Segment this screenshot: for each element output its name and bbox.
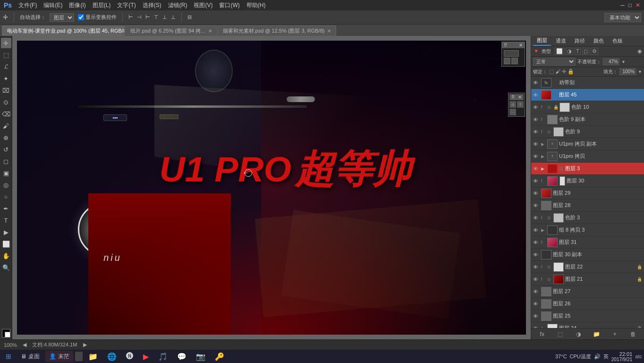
layer-item-30[interactable]: 👁 f 图层 30 [531, 175, 644, 187]
layer-eye-18[interactable]: 👁 [533, 301, 540, 307]
layer-eye-17[interactable]: 👁 [533, 289, 540, 294]
window-close[interactable]: ✕ [636, 2, 640, 9]
taskbar-volume[interactable]: 🔊 [594, 354, 601, 360]
workspace-dropdown[interactable]: 基本功能 摄影 绘画 [604, 13, 641, 22]
app3-button[interactable]: ▶ [139, 351, 153, 362]
shape-tool[interactable]: ⬜ [1, 239, 11, 249]
tab-2[interactable]: 烟雾和光素材.psd @ 12.5% (图层 3, RGB/8) ✕ [218, 26, 337, 36]
filter-smart-icon[interactable]: ⚙ [591, 48, 598, 55]
app2-button[interactable]: 🅝 [122, 351, 137, 362]
zoom-tool[interactable]: 🔍 [1, 262, 11, 273]
app7-button[interactable]: 🔑 [211, 351, 228, 362]
panel-tab-paths[interactable]: 路径 [571, 36, 589, 45]
layer-item-31[interactable]: 👁 f 图层 31 [531, 236, 644, 249]
brush-tool[interactable]: 🖌 [1, 121, 11, 131]
panel-tab-layers[interactable]: 图层 [533, 36, 551, 46]
desktop-button[interactable]: 🖥 桌面 [17, 351, 43, 362]
add-mask-button[interactable]: ⬚ [556, 330, 565, 338]
layer-eye-7[interactable]: 👁 [533, 166, 540, 172]
layer-eye-15[interactable]: 👁 [533, 264, 540, 270]
add-adjustment-button[interactable]: ◑ [574, 330, 583, 338]
eyedropper-tool[interactable]: ⊙ [1, 97, 11, 107]
layer-item-u1pro-copy[interactable]: 👁 ▶ T U1pro 拷贝 [531, 150, 644, 163]
blend-mode-dropdown[interactable]: 正常 溶解 正片叠底 [533, 58, 576, 66]
select-tool[interactable]: ⬚ [1, 50, 11, 60]
layer-item-u1pro-copy2[interactable]: 👁 ▶ T U1pro 拷贝 副本 [531, 138, 644, 150]
layer-eye-2[interactable]: 👁 [533, 104, 540, 110]
layer-item-28[interactable]: 👁 图层 28 [531, 199, 644, 212]
menu-view[interactable]: 视图(V) [194, 1, 212, 9]
layer-item-26[interactable]: 👁 图层 26 [531, 298, 644, 310]
layer-eye-6[interactable]: 👁 [533, 154, 540, 159]
layer-eye-16[interactable]: 👁 [533, 277, 540, 282]
auto-select-dropdown[interactable]: 图层 组 [50, 13, 74, 22]
layer-eye-5[interactable]: 👁 [533, 141, 540, 147]
opacity-input[interactable] [603, 58, 619, 65]
layer-item-color-9-copy[interactable]: 👁 f 色阶 9 副本 [531, 113, 644, 126]
align-left-icon[interactable]: ⊢ [128, 14, 133, 20]
layer-item-color-10[interactable]: 👁 f ⊙ 🔒 色阶 10 [531, 101, 644, 113]
float-icon1[interactable]: ⊙ [509, 101, 516, 108]
magic-wand-tool[interactable]: ✦ [1, 73, 11, 84]
clone-stamp-tool[interactable]: ⊕ [1, 132, 11, 143]
layer-item-29[interactable]: 👁 图层 29 [531, 187, 644, 199]
menu-filter[interactable]: 滤镜(R) [168, 1, 187, 9]
filter-shape-icon[interactable]: ◻ [582, 48, 589, 55]
layer-item-24[interactable]: 👁 1 图层 24 🔒 [531, 322, 644, 328]
layer-item-21[interactable]: 👁 f ⊙ 图层 21 🔒 [531, 273, 644, 285]
move-tool-icon[interactable]: ✛ [3, 14, 8, 21]
menu-layer[interactable]: 图层(L) [93, 1, 111, 9]
panel-tab-swatches[interactable]: 色板 [609, 36, 627, 45]
gradient-tool[interactable]: ▣ [1, 168, 11, 178]
float-icon3[interactable]: ⋯ [509, 109, 516, 115]
layer-eye-19[interactable]: 👁 [533, 313, 540, 319]
add-layer-button[interactable]: + [610, 330, 619, 338]
window-maximize[interactable]: □ [628, 2, 632, 9]
layer-eye-0[interactable]: 👁 [533, 80, 540, 86]
float-panel-close2[interactable]: ✕ [518, 95, 522, 100]
dodge-tool[interactable]: ○ [1, 191, 11, 202]
distribute-icon[interactable]: ⊟ [187, 14, 192, 20]
panel-tab-channels[interactable]: 通道 [552, 36, 570, 45]
layer-eye-14[interactable]: 👁 [533, 252, 540, 258]
start-button[interactable]: ⊞ [2, 351, 15, 362]
layer-eye-4[interactable]: 👁 [533, 129, 540, 135]
menu-file[interactable]: 文件(F) [18, 1, 37, 9]
pen-tool[interactable]: ✒ [1, 203, 11, 214]
layer-item-group8-copy3[interactable]: 👁 ▶ 组 8 拷贝 3 [531, 224, 644, 236]
layer-item-color-9[interactable]: 👁 f ⊙ 色阶 9 [531, 126, 644, 138]
align-top-icon[interactable]: ⊤ [154, 14, 159, 20]
menu-image[interactable]: 图像(I) [69, 1, 85, 9]
menu-select[interactable]: 选择(S) [143, 1, 161, 9]
crop-tool[interactable]: ⌧ [1, 85, 11, 95]
add-style-button[interactable]: fx [537, 330, 547, 338]
align-middle-icon[interactable]: ⊥ [162, 14, 167, 20]
canvas-area[interactable]: ■■■ niu [12, 36, 531, 339]
align-bottom-icon[interactable]: ⊥ [171, 14, 176, 20]
layer-item-3[interactable]: 👁 ▶ ⛓ 图层 3 [531, 163, 644, 175]
text-tool[interactable]: T [1, 215, 11, 225]
delete-layer-button[interactable]: 🗑 [628, 330, 638, 338]
app6-button[interactable]: 📷 [192, 351, 209, 362]
filter-text-icon[interactable]: T [575, 48, 581, 55]
taskbar-language[interactable]: 英 [603, 353, 609, 360]
fill-arrow[interactable]: ▼ [638, 69, 642, 74]
background-color[interactable] [5, 332, 10, 337]
lock-all-icon[interactable]: 🔒 [568, 69, 574, 75]
healing-brush-tool[interactable]: ⌫ [1, 109, 11, 119]
layer-item-27[interactable]: 👁 图层 27 [531, 285, 644, 298]
fill-input[interactable] [619, 68, 636, 75]
layer-item-25[interactable]: 👁 图层 25 [531, 310, 644, 322]
filter-adjust-icon[interactable]: ◑ [566, 48, 573, 55]
lock-position-icon[interactable]: ✛ [562, 69, 566, 75]
menu-window[interactable]: 窗口(W) [219, 1, 239, 9]
layer-eye-10[interactable]: 👁 [533, 203, 540, 208]
layer-item-45[interactable]: 👁 图层 45 [531, 89, 644, 101]
filter-toggle[interactable]: ◉ [637, 48, 642, 54]
float-panel-close[interactable]: ✕ [519, 43, 523, 48]
layer-eye-1[interactable]: 👁 [533, 92, 540, 98]
move-tool[interactable]: ✛ [1, 38, 11, 48]
tab-1-close[interactable]: ✕ [208, 28, 212, 34]
app4-button[interactable]: 🎵 [154, 351, 171, 362]
hand-tool[interactable]: ✋ [1, 251, 11, 261]
